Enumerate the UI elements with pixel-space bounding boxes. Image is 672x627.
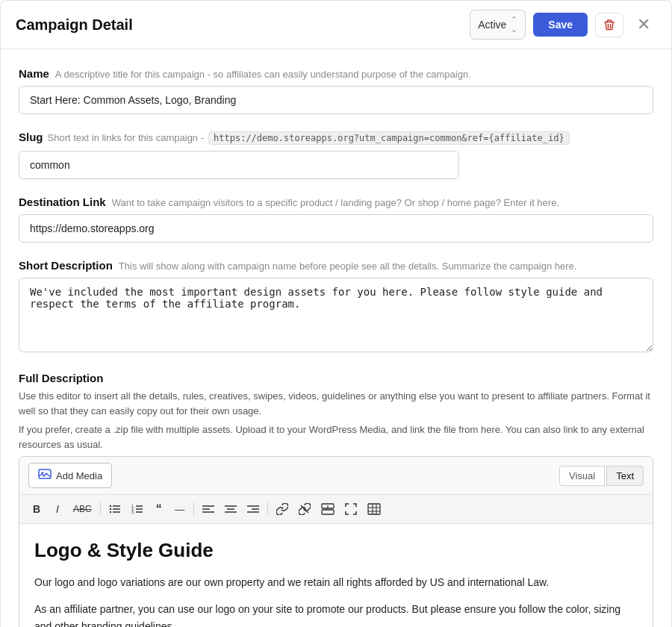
ordered-list-button[interactable]: 1. 2. 3. bbox=[127, 499, 148, 519]
short-description-field-group: Short Description This will show along w… bbox=[19, 259, 653, 355]
link-icon bbox=[276, 503, 288, 515]
short-description-input[interactable] bbox=[19, 278, 653, 352]
unlink-icon bbox=[299, 503, 311, 515]
fullscreen-button[interactable] bbox=[340, 499, 361, 519]
full-description-label: Full Description bbox=[19, 372, 653, 384]
visual-tab[interactable]: Visual bbox=[559, 466, 605, 486]
add-media-icon bbox=[38, 467, 52, 484]
rich-text-editor: Add Media Visual Text B I ABC bbox=[19, 456, 653, 627]
slug-input[interactable] bbox=[19, 151, 459, 179]
unlink-button[interactable] bbox=[294, 499, 315, 519]
table-icon bbox=[367, 503, 381, 515]
unordered-list-button[interactable] bbox=[105, 499, 125, 519]
name-label: Name bbox=[19, 67, 49, 80]
svg-rect-25 bbox=[322, 510, 334, 514]
slug-label-row: Slug Short text in links for this campai… bbox=[19, 131, 653, 145]
delete-button[interactable] bbox=[595, 13, 623, 37]
add-media-label: Add Media bbox=[56, 470, 102, 481]
name-field-group: Name A descriptive title for this campai… bbox=[19, 67, 653, 114]
italic-button[interactable]: I bbox=[48, 499, 67, 519]
destination-link-label: Destination Link bbox=[19, 196, 106, 208]
short-description-hint: This will show along with campaign name … bbox=[119, 261, 577, 272]
destination-link-input[interactable] bbox=[19, 214, 653, 243]
blockquote-button[interactable]: “ bbox=[149, 499, 169, 519]
full-description-hint2: If you prefer, create a .zip file with m… bbox=[19, 422, 653, 452]
add-media-svg bbox=[38, 467, 52, 481]
slug-field-group: Slug Short text in links for this campai… bbox=[19, 131, 653, 179]
full-description-field-group: Full Description Use this editor to inse… bbox=[19, 372, 653, 627]
editor-heading: Logo & Style Guide bbox=[34, 539, 638, 562]
chevrons-icon: ⌃⌄ bbox=[511, 15, 517, 34]
align-left-button[interactable] bbox=[198, 499, 219, 519]
save-button[interactable]: Save bbox=[533, 13, 588, 37]
svg-rect-0 bbox=[39, 470, 51, 478]
destination-link-field-group: Destination Link Want to take campaign v… bbox=[19, 196, 653, 243]
toolbar-sep-3 bbox=[267, 502, 268, 516]
slug-url-code: https://demo.storeapps.org?utm_campaign=… bbox=[208, 131, 570, 145]
status-label: Active bbox=[478, 19, 506, 31]
view-tabs: Visual Text bbox=[559, 466, 644, 486]
toolbar-sep-2 bbox=[193, 502, 194, 516]
destination-link-hint: Want to take campaign visitors to a spec… bbox=[112, 197, 559, 208]
editor-toolbar: B I ABC bbox=[19, 495, 653, 524]
insert-row-button[interactable] bbox=[317, 499, 339, 519]
short-description-label-row: Short Description This will show along w… bbox=[19, 259, 653, 272]
trash-icon bbox=[603, 19, 615, 31]
slug-label: Slug bbox=[19, 131, 43, 143]
align-center-icon bbox=[225, 505, 237, 514]
full-description-hint1: Use this editor to insert all the detail… bbox=[19, 389, 653, 418]
bold-button[interactable]: B bbox=[27, 499, 46, 519]
align-right-icon bbox=[247, 505, 259, 514]
table-button[interactable] bbox=[363, 499, 385, 519]
header-controls: Active ⌃⌄ Save ✕ bbox=[470, 10, 656, 40]
page-title: Campaign Detail bbox=[16, 16, 133, 34]
align-left-icon bbox=[202, 505, 214, 514]
link-button[interactable] bbox=[272, 499, 293, 519]
text-tab[interactable]: Text bbox=[606, 466, 644, 486]
align-right-button[interactable] bbox=[243, 499, 264, 519]
campaign-detail-modal: Campaign Detail Active ⌃⌄ Save ✕ Name A … bbox=[0, 0, 672, 627]
svg-point-4 bbox=[109, 511, 111, 513]
modal-content: Name A descriptive title for this campai… bbox=[1, 49, 671, 627]
slug-hint: Short text in links for this campaign - bbox=[48, 132, 205, 143]
short-description-label: Short Description bbox=[19, 259, 113, 272]
name-label-row: Name A descriptive title for this campai… bbox=[19, 67, 653, 80]
ul-icon bbox=[109, 504, 121, 514]
editor-paragraph-2: As an affiliate partner, you can use our… bbox=[34, 601, 638, 627]
svg-rect-27 bbox=[368, 504, 380, 514]
name-hint: A descriptive title for this campaign - … bbox=[55, 69, 471, 80]
toolbar-sep-1 bbox=[100, 502, 101, 516]
svg-point-3 bbox=[109, 508, 111, 510]
svg-text:3.: 3. bbox=[131, 510, 134, 514]
editor-content-area[interactable]: Logo & Style Guide Our logo and logo var… bbox=[19, 524, 653, 627]
add-media-button[interactable]: Add Media bbox=[28, 463, 112, 488]
strikethrough-button[interactable]: ABC bbox=[69, 499, 96, 519]
align-center-button[interactable] bbox=[220, 499, 241, 519]
destination-link-label-row: Destination Link Want to take campaign v… bbox=[19, 196, 653, 208]
hr-button[interactable]: — bbox=[170, 499, 190, 519]
close-button[interactable]: ✕ bbox=[631, 12, 656, 37]
editor-paragraph-1: Our logo and logo variations are our own… bbox=[34, 574, 638, 590]
insert-row-icon bbox=[321, 503, 335, 515]
modal-header: Campaign Detail Active ⌃⌄ Save ✕ bbox=[1, 1, 671, 49]
svg-point-2 bbox=[109, 505, 111, 507]
svg-line-23 bbox=[301, 505, 308, 513]
status-dropdown[interactable]: Active ⌃⌄ bbox=[470, 10, 526, 40]
ol-icon: 1. 2. 3. bbox=[131, 504, 143, 514]
name-input[interactable] bbox=[19, 86, 653, 114]
editor-top-bar: Add Media Visual Text bbox=[19, 457, 653, 495]
fullscreen-icon bbox=[345, 503, 357, 515]
